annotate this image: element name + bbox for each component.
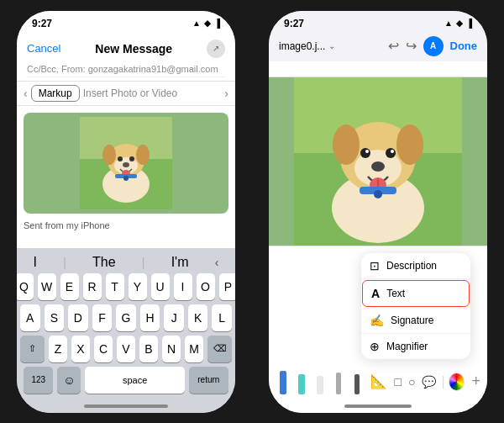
white-top-area <box>269 61 487 77</box>
key-m[interactable]: M <box>185 336 203 362</box>
pen-light-icon <box>317 376 323 394</box>
key-v[interactable]: V <box>117 336 135 362</box>
key-s[interactable]: S <box>45 304 65 331</box>
chevron-down-icon[interactable]: ⌄ <box>328 41 335 50</box>
shift-key[interactable]: ⇧ <box>20 336 45 362</box>
pen-light-btn[interactable] <box>312 367 328 396</box>
markup-actions: ↩ ↪ A Done <box>388 36 478 56</box>
menu-item-magnifier[interactable]: ⊕ Magnifier <box>361 334 470 359</box>
pen-blue-btn[interactable] <box>276 367 291 396</box>
key-x[interactable]: X <box>71 336 90 362</box>
redo-icon[interactable]: ↪ <box>406 38 417 54</box>
markup-bottom-panel: ⊡ Description A Text ✍ Signature ⊕ Magni… <box>269 246 487 401</box>
context-menu: ⊡ Description A Text ✍ Signature ⊕ Magni… <box>361 253 470 359</box>
key-f[interactable]: F <box>92 304 113 331</box>
autocorrect-word2[interactable]: The <box>92 255 116 270</box>
key-h[interactable]: H <box>140 304 160 331</box>
key-u[interactable]: U <box>151 273 170 300</box>
svg-point-28 <box>374 190 382 198</box>
key-k[interactable]: K <box>188 304 208 331</box>
autocorrect-word1[interactable]: I <box>34 255 37 270</box>
svg-point-21 <box>386 148 396 158</box>
key-r[interactable]: R <box>83 273 102 300</box>
separator: | <box>441 374 444 389</box>
done-button[interactable]: Done <box>450 40 478 52</box>
pen-gray-btn[interactable] <box>331 367 346 396</box>
magnifier-label: Magnifier <box>386 341 428 352</box>
key-p[interactable]: P <box>219 273 236 300</box>
toolbar-left-arrow[interactable]: ‹ <box>24 87 28 100</box>
num-key[interactable]: 123 <box>24 367 53 394</box>
home-indicator-right <box>344 404 412 408</box>
menu-item-description[interactable]: ⊡ Description <box>361 253 470 279</box>
key-a[interactable]: A <box>20 304 40 331</box>
key-g[interactable]: G <box>116 304 136 331</box>
svg-point-12 <box>123 176 129 181</box>
key-l[interactable]: L <box>212 304 232 331</box>
menu-item-text[interactable]: A Text <box>362 280 470 307</box>
key-b[interactable]: B <box>139 336 158 362</box>
key-y[interactable]: Y <box>129 273 147 300</box>
key-c[interactable]: C <box>94 336 113 362</box>
dog-image-right <box>269 77 487 246</box>
color-tools-bar: 📐 □ ○ 💬 | + <box>269 362 487 401</box>
key-o[interactable]: O <box>197 273 215 300</box>
dog-image-left <box>24 113 228 214</box>
return-key[interactable]: return <box>189 367 228 394</box>
key-i[interactable]: I <box>174 273 192 300</box>
key-t[interactable]: T <box>106 273 124 300</box>
cc-bcc-field[interactable]: Cc/Bcc, From: gonzagakatrina91b@gmail.co… <box>27 61 225 77</box>
pen-gray-icon <box>336 373 341 394</box>
keyboard-bottom-row: 123 ☺ space return <box>20 367 232 394</box>
text-icon: A <box>371 287 380 300</box>
toolbar-right-arrow[interactable]: › <box>224 87 228 100</box>
rectangle-shape-icon[interactable]: □ <box>394 375 401 389</box>
key-q[interactable]: Q <box>17 273 34 300</box>
email-header: Cancel New Message ↗ Cc/Bcc, From: gonza… <box>17 33 235 82</box>
pen-teal-btn[interactable] <box>294 367 309 396</box>
space-key[interactable]: space <box>85 367 184 394</box>
cancel-button[interactable]: Cancel <box>27 42 60 55</box>
left-phone-screen: 9:27 ▲ ◆ ▐ Cancel New Message ↗ Cc/Bcc, … <box>17 11 235 413</box>
circle-shape-icon[interactable]: ○ <box>408 375 415 389</box>
keyboard-row1: Q W E R T Y U I O P <box>20 273 232 300</box>
color-wheel-button[interactable] <box>449 373 465 391</box>
svg-point-22 <box>365 150 369 153</box>
add-tool-button[interactable]: + <box>471 373 480 390</box>
autocorrect-back-btn[interactable]: ‹ <box>215 256 219 269</box>
svg-point-5 <box>136 145 150 165</box>
key-j[interactable]: J <box>164 304 184 331</box>
svg-point-9 <box>123 162 129 167</box>
wifi-icon: ▲ <box>192 19 201 28</box>
pen-dark-icon <box>354 374 360 394</box>
insert-photo-label[interactable]: Insert Photo or Video <box>83 87 222 99</box>
key-d[interactable]: D <box>68 304 88 331</box>
speech-bubble-icon[interactable]: 💬 <box>422 375 436 389</box>
compose-icon[interactable]: ↗ <box>207 40 225 58</box>
right-phone-screen: 9:27 ▲ ◆ ▐ image0.j... ⌄ ↩ ↪ A Done <box>269 11 487 413</box>
key-z[interactable]: Z <box>49 336 67 362</box>
svg-point-24 <box>371 161 385 172</box>
menu-item-signature[interactable]: ✍ Signature <box>361 308 470 334</box>
description-icon: ⊡ <box>370 259 380 272</box>
emoji-key[interactable]: ☺ <box>57 367 81 394</box>
keyboard[interactable]: I | The | I'm ‹ Q W E R T Y U I O P <box>17 248 235 401</box>
key-n[interactable]: N <box>162 336 181 362</box>
autocorrect-bar: I | The | I'm ‹ <box>20 253 232 273</box>
signature-icon: ✍ <box>370 314 384 327</box>
pen-dark-btn[interactable] <box>349 367 365 396</box>
delete-key[interactable]: ⌫ <box>207 336 232 362</box>
autocorrect-word3[interactable]: I'm <box>171 255 189 270</box>
dog-svg-left <box>80 117 172 209</box>
status-icons-right: ▲ ◆ ▐ <box>444 19 472 28</box>
battery-icon-right: ▐ <box>466 19 472 28</box>
svg-point-4 <box>102 145 116 165</box>
markup-button[interactable]: Markup <box>31 85 80 102</box>
battery-icon: ▐ <box>214 19 220 28</box>
key-w[interactable]: W <box>38 273 56 300</box>
key-e[interactable]: E <box>60 273 79 300</box>
ruler-icon[interactable]: 📐 <box>370 373 387 389</box>
home-indicator-left <box>84 404 168 408</box>
signature-label: Signature <box>391 315 433 326</box>
undo-icon[interactable]: ↩ <box>388 38 399 54</box>
